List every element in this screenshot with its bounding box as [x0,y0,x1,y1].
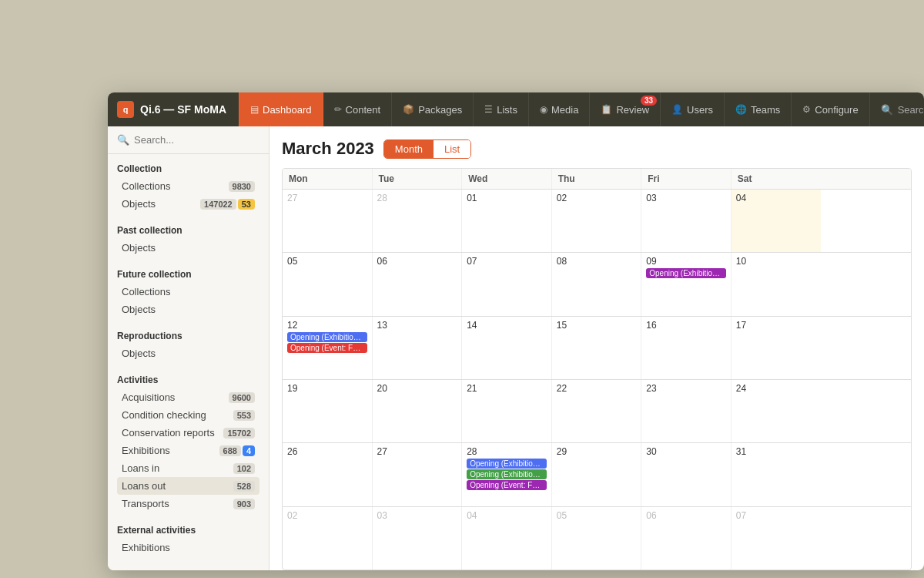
cal-cell-4-0[interactable]: 26 [283,443,373,506]
tab-label-users: Users [687,104,713,116]
cal-date: 09 [646,256,726,267]
cal-cell-1-0[interactable]: 05 [283,253,373,315]
cal-cell-1-1[interactable]: 06 [373,253,463,315]
cal-event[interactable]: Opening (Event: Future Lectur... [467,480,547,490]
cal-cell-5-4[interactable]: 06 [641,507,732,570]
sidebar-badge: 9600 [229,392,255,403]
sidebar-item-transports[interactable]: Transports903 [117,495,259,512]
main-content: 🔍 CollectionCollections9830Objects147022… [108,126,924,570]
cal-event[interactable]: Opening (Exhibitions: Moderni... [467,469,547,479]
cal-event[interactable]: Opening (Exhibitions: Moderni... [467,459,547,469]
sidebar-search[interactable]: 🔍 [108,126,269,154]
cal-header-sat: Sat [732,169,822,189]
sidebar-item-conservation-reports[interactable]: Conservation reports15702 [117,424,259,442]
sidebar-item-exhibitions[interactable]: Exhibitions6884 [117,442,259,459]
sidebar-item-loans-in[interactable]: Loans in102 [117,459,259,477]
cal-date: 07 [467,256,547,267]
sidebar-item-label: Condition checking [122,409,233,421]
cal-cell-5-2[interactable]: 04 [462,507,552,570]
cal-header-tue: Tue [373,169,463,189]
sidebar-item-collections[interactable]: Collections9830 [117,177,259,195]
sidebar-item-exhibitions[interactable]: Exhibitions [117,539,259,556]
nav-tab-media[interactable]: ◉Media [529,92,590,126]
cal-cell-0-0[interactable]: 27 [283,190,373,252]
sidebar-item-objects[interactable]: Objects [117,239,259,257]
nav-tab-teams[interactable]: 🌐Teams [725,92,792,126]
tab-icon-dashboard: ▤ [250,104,259,115]
cal-cell-3-0[interactable]: 19 [283,380,373,442]
cal-cell-3-3[interactable]: 22 [552,380,642,442]
nav-badge-review: 33 [641,96,657,106]
calendar-title: March 2023 [282,139,374,159]
cal-cell-2-5[interactable]: 17 [732,317,822,379]
cal-date: 07 [736,510,817,521]
cal-event[interactable]: Opening (Exhibitions: Moderni... [287,332,367,342]
cal-cell-3-1[interactable]: 20 [373,380,463,442]
sidebar-item-collections[interactable]: Collections [117,283,259,301]
cal-cell-1-4[interactable]: 09Opening (Exhibitions: Moderni... [641,253,732,315]
cal-cell-3-2[interactable]: 21 [462,380,552,442]
nav-tab-review[interactable]: 📋Review33 [590,92,661,126]
sidebar-item-objects[interactable]: Objects [117,344,259,362]
nav-tabs: ▤Dashboard✏Content📦Packages☰Lists◉Media📋… [239,92,870,126]
cal-cell-5-3[interactable]: 05 [552,507,642,570]
sidebar-item-condition-checking[interactable]: Condition checking553 [117,406,259,424]
cal-cell-5-5[interactable]: 07 [732,507,822,570]
tab-label-configure: Configure [815,104,858,116]
cal-cell-2-1[interactable]: 13 [373,317,463,379]
sidebar-item-acquisitions[interactable]: Acquisitions9600 [117,388,259,406]
sidebar-section-3: ReproductionsObjects [108,321,269,365]
cal-cell-0-4[interactable]: 03 [641,190,732,252]
cal-cell-0-2[interactable]: 01 [462,190,552,252]
view-list-btn[interactable]: List [434,140,470,158]
sidebar-item-objects[interactable]: Objects14702253 [117,195,259,213]
cal-date: 08 [557,256,637,267]
cal-cell-4-5[interactable]: 31 [732,443,822,506]
cal-event[interactable]: Opening (Exhibitions: Moderni... [646,268,726,278]
search-top-label[interactable]: Search... [898,104,924,116]
cal-cell-5-1[interactable]: 03 [373,507,463,570]
cal-cell-5-0[interactable]: 02 [283,507,373,570]
tab-label-dashboard: Dashboard [263,104,312,116]
tab-icon-users: 👤 [671,104,683,115]
nav-tab-lists[interactable]: ☰Lists [474,92,529,126]
cal-cell-1-2[interactable]: 07 [462,253,552,315]
sidebar-search-input[interactable] [134,134,263,146]
cal-cell-0-5[interactable]: 04 [732,190,822,252]
cal-cell-2-0[interactable]: 12Opening (Exhibitions: Moderni...Openin… [283,317,373,379]
cal-date: 12 [287,320,367,331]
view-month-btn[interactable]: Month [384,140,434,158]
tab-icon-configure: ⚙ [802,104,811,115]
cal-cell-1-3[interactable]: 08 [552,253,642,315]
sidebar-badge: 102 [233,463,255,474]
nav-tab-packages[interactable]: 📦Packages [392,92,474,126]
cal-cell-4-1[interactable]: 27 [373,443,463,506]
cal-cell-2-4[interactable]: 16 [641,317,732,379]
cal-week-4: 262728Opening (Exhibitions: Moderni...Op… [283,443,911,506]
nav-tab-dashboard[interactable]: ▤Dashboard [239,92,323,126]
cal-cell-3-4[interactable]: 23 [641,380,732,442]
cal-date: 30 [646,446,726,457]
sidebar-item-objects[interactable]: Objects [117,301,259,318]
sidebar-section-6: SharedLocations9824 [108,560,269,570]
sidebar-section-title-0: Collection [117,163,259,174]
cal-cell-1-5[interactable]: 10 [732,253,822,315]
cal-cell-2-2[interactable]: 14 [462,317,552,379]
cal-cell-4-3[interactable]: 29 [552,443,642,506]
cal-cell-2-3[interactable]: 15 [552,317,642,379]
cal-cell-4-2[interactable]: 28Opening (Exhibitions: Moderni...Openin… [462,443,552,506]
sidebar-item-loans-out[interactable]: Loans out528 [117,477,259,495]
sidebar-item-label: Collections [122,180,229,192]
nav-tab-content[interactable]: ✏Content [323,92,393,126]
nav-tab-users[interactable]: 👤Users [661,92,725,126]
nav-tab-configure[interactable]: ⚙Configure [792,92,869,126]
sidebar-item-label: Loans out [122,480,233,492]
cal-cell-0-1[interactable]: 28 [373,190,463,252]
search-top-area[interactable]: 🔍 Search... [870,104,924,116]
cal-cell-0-3[interactable]: 02 [552,190,642,252]
tab-icon-content: ✏ [334,104,342,115]
cal-cell-3-5[interactable]: 24 [732,380,822,442]
cal-cell-4-4[interactable]: 30 [641,443,732,506]
logo-icon: q [117,101,134,118]
cal-event[interactable]: Opening (Event: Future Lectur... [287,343,367,353]
